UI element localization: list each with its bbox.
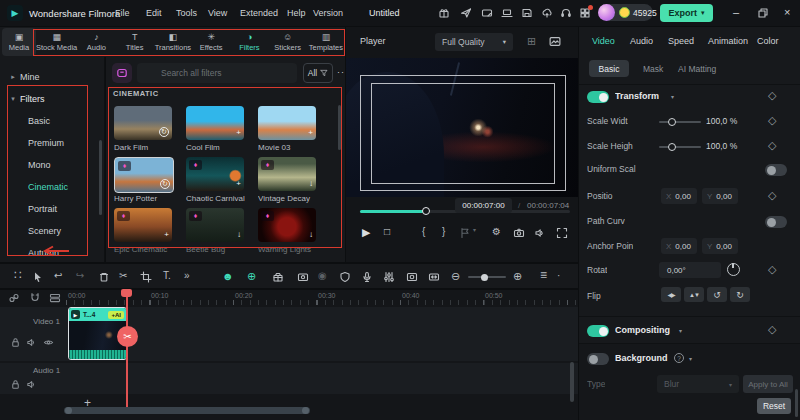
share-icon[interactable] <box>460 7 472 19</box>
select-pointer-icon[interactable] <box>32 271 44 283</box>
tab-titles[interactable]: TTitles <box>116 28 154 56</box>
link-clips-icon[interactable] <box>8 292 20 304</box>
filter-thumb-warning-lights[interactable]: ♦↓ <box>258 208 316 242</box>
sidebar-group-filters[interactable]: ▾ Filters <box>0 88 100 110</box>
audio-mixer-icon[interactable] <box>383 271 395 283</box>
rotate-field[interactable]: 0,00° <box>659 262 721 278</box>
position-x-field[interactable]: X0,00 <box>661 188 697 204</box>
filter-thumb-harry-potter[interactable]: ♦↻ <box>114 157 174 193</box>
add-icon[interactable]: + <box>164 230 169 239</box>
chevron-down-icon[interactable]: ▾ <box>671 93 674 100</box>
split-scissors-icon[interactable]: ✂ <box>119 270 127 281</box>
playhead-handle[interactable] <box>121 289 132 297</box>
add-icon[interactable]: + <box>236 128 241 137</box>
subtab-basic[interactable]: Basic <box>589 60 629 77</box>
tab-transitions[interactable]: ◧Transitions <box>154 28 192 56</box>
export-button[interactable]: Export ▾ <box>660 4 713 22</box>
ai-badge[interactable]: +AI <box>108 311 124 319</box>
screen-record-icon[interactable] <box>297 271 309 283</box>
type-dropdown[interactable]: Blur▾ <box>657 375 739 393</box>
snap-magnet-icon[interactable] <box>29 292 41 304</box>
reset-button[interactable]: Reset <box>757 398 791 414</box>
keyframe-diamond-icon[interactable]: ◇ <box>768 114 776 127</box>
add-icon[interactable]: + <box>308 128 313 137</box>
lock-track-icon[interactable] <box>10 337 21 348</box>
close-button[interactable]: × <box>784 6 790 18</box>
track-size-icon[interactable] <box>49 292 61 304</box>
track-manager-chevron[interactable]: · <box>557 270 560 281</box>
delete-icon[interactable] <box>98 271 110 283</box>
progress-handle[interactable] <box>422 207 430 215</box>
snapshot-camera-button[interactable] <box>513 227 525 239</box>
download-icon[interactable]: ↓ <box>309 230 313 239</box>
timeline-vscrollbar[interactable] <box>570 362 574 402</box>
help-icon[interactable]: ? <box>674 353 684 363</box>
quality-dropdown[interactable]: Full Quality ▾ <box>435 33 513 51</box>
props-tab-video[interactable]: Video <box>592 36 615 46</box>
chevron-down-icon[interactable]: ▾ <box>689 355 692 362</box>
crop-icon[interactable] <box>140 271 152 283</box>
track-manager-icon[interactable]: ≡ <box>540 268 547 282</box>
mask-shield-icon[interactable] <box>339 271 351 283</box>
keyframe-diamond-icon[interactable]: ◇ <box>768 139 776 152</box>
keyframe-diamond-icon[interactable]: ◇ <box>768 323 776 336</box>
hscroll-left-knob[interactable] <box>65 407 72 414</box>
hscroll-right-knob[interactable] <box>302 407 309 414</box>
gift-icon[interactable] <box>438 7 450 19</box>
layout-grid-icon[interactable]: ⊞ <box>527 35 536 48</box>
mark-in-button[interactable]: { <box>422 226 425 237</box>
menu-version[interactable]: Version <box>313 8 343 18</box>
redo-button[interactable]: ↪ <box>76 270 84 281</box>
more-options-button[interactable]: ··· <box>337 67 345 77</box>
zoom-in-icon[interactable]: ⊕ <box>513 270 522 283</box>
mute-track-icon[interactable] <box>26 379 37 390</box>
scale-width-slider[interactable] <box>659 121 701 123</box>
menu-tools[interactable]: Tools <box>176 8 197 18</box>
ai-assistant-icon[interactable]: ☻ <box>222 270 234 282</box>
props-tab-audio[interactable]: Audio <box>630 36 653 46</box>
download-icon[interactable]: ↓ <box>237 230 241 239</box>
chevron-down-icon[interactable]: ▾ <box>679 327 682 334</box>
lock-track-icon[interactable] <box>10 379 21 390</box>
tab-media[interactable]: ▣Media <box>2 28 36 56</box>
compositing-toggle[interactable] <box>587 325 609 337</box>
rotate-ccw-button[interactable]: ↺ <box>707 287 727 302</box>
path-curve-toggle[interactable] <box>765 216 787 228</box>
project-card-icon[interactable] <box>481 7 493 19</box>
scale-height-slider[interactable] <box>659 146 701 148</box>
filter-thumb-chaotic-carnival[interactable]: ♦+ <box>186 157 244 191</box>
tab-stickers[interactable]: ☺Stickers <box>269 28 307 56</box>
menu-view[interactable]: View <box>208 8 227 18</box>
filter-thumb-dark-film[interactable]: ↻ <box>114 106 172 140</box>
position-y-field[interactable]: Y0,00 <box>702 188 738 204</box>
category-filter-button[interactable] <box>112 63 132 83</box>
current-timecode[interactable]: 00:00:07:00 <box>455 198 512 213</box>
marker-chevron-icon[interactable]: ▾ <box>473 226 476 233</box>
timeline-hscrollbar[interactable] <box>64 407 310 414</box>
timeline-ruler[interactable] <box>66 300 578 305</box>
filter-thumb-cool-film[interactable]: + <box>186 106 244 140</box>
ai-copilot-icon[interactable]: ⊕ <box>247 270 256 283</box>
cloud-upload-icon[interactable] <box>541 7 553 19</box>
tab-templates[interactable]: ▥Templates <box>307 28 345 56</box>
update-icon[interactable]: ↻ <box>159 127 169 137</box>
filters-scrollbar[interactable] <box>338 105 341 150</box>
rotate-dial[interactable] <box>727 263 740 276</box>
filter-thumb-vintage-decay[interactable]: ♦↓ <box>258 157 316 191</box>
apply-to-all-button[interactable]: Apply to All <box>743 375 793 393</box>
restore-button[interactable] <box>757 7 769 19</box>
search-input[interactable] <box>137 63 297 83</box>
sidebar-group-mine[interactable]: ▸ Mine <box>0 66 100 88</box>
render-preview-icon[interactable] <box>406 271 418 283</box>
undo-button[interactable]: ↩ <box>54 270 62 281</box>
subtab-ai-matting[interactable]: AI Matting <box>678 64 716 74</box>
asset-menu-icon[interactable]: ∷ <box>14 268 22 282</box>
play-button[interactable]: ▶ <box>362 226 370 239</box>
zoom-out-icon[interactable]: ⊖ <box>451 270 460 283</box>
keyframe-diamond-icon[interactable]: ◇ <box>768 189 776 202</box>
menu-extended[interactable]: Extended <box>240 8 278 18</box>
microphone-icon[interactable] <box>361 271 373 283</box>
uniform-scale-toggle[interactable] <box>765 164 787 176</box>
flip-horizontal-button[interactable]: ◀▶ <box>661 287 681 302</box>
props-tab-speed[interactable]: Speed <box>668 36 694 46</box>
